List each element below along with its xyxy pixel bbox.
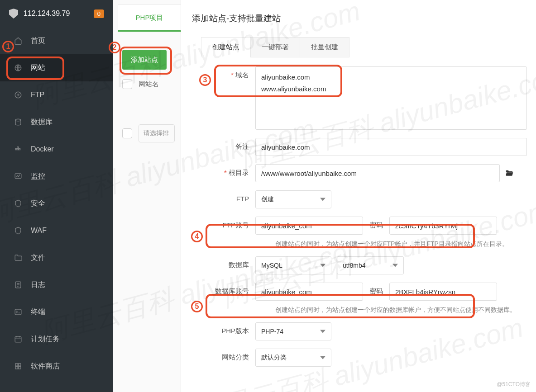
shield-icon (9, 9, 18, 19)
svg-rect-4 (17, 149, 19, 150)
tab-one-click-deploy[interactable]: 一键部署 (250, 37, 300, 57)
sidebar-item-label: 终端 (31, 307, 45, 317)
sidebar-item-label: 监控 (31, 172, 45, 181)
folder-browse-icon[interactable] (504, 164, 514, 178)
filter-select[interactable]: 请选择排 (139, 124, 175, 142)
sidebar-item-label: 文件 (31, 253, 45, 263)
filter-row: 请选择排 (122, 124, 175, 142)
note-input[interactable] (255, 138, 527, 156)
svg-rect-3 (15, 149, 17, 150)
chevron-down-icon (320, 330, 325, 333)
annotation-number-3: 3 (199, 74, 211, 86)
store-icon (14, 362, 23, 371)
label-ftp: FTP (201, 190, 255, 203)
svg-rect-9 (15, 309, 21, 315)
ftp-hint: 创建站点的同时，为站点创建一个对应FTP帐户，并且FTP目录指向站点所在目录。 (275, 240, 530, 248)
docker-icon (14, 145, 23, 154)
ftp-select[interactable]: 创建 (255, 190, 331, 208)
svg-point-2 (15, 119, 21, 121)
modal-title: 添加站点-支持批量建站 (181, 0, 536, 33)
sidebar-item-label: 软件商店 (31, 362, 60, 371)
sidebar-item-waf[interactable]: WAF (0, 217, 113, 244)
label-site-category: 网站分类 (201, 349, 255, 362)
svg-rect-10 (15, 337, 21, 342)
filter-checkbox[interactable] (122, 128, 132, 138)
svg-rect-11 (15, 364, 18, 366)
log-icon (14, 280, 23, 289)
sidebar-item-label: WAF (31, 227, 47, 235)
notification-badge[interactable]: 0 (94, 9, 104, 18)
sidebar-item-label: 计划任务 (31, 335, 60, 344)
svg-rect-13 (15, 367, 18, 369)
file-icon (14, 253, 23, 262)
ftp-password-input[interactable] (389, 217, 497, 235)
sidebar-header: 112.124.39.79 0 (0, 0, 113, 27)
sidebar-item-files[interactable]: 文件 (0, 244, 113, 271)
table-header: 网站名 (122, 79, 159, 89)
php-version-select[interactable]: PHP-74 (255, 322, 331, 340)
column-sitename: 网站名 (139, 80, 159, 89)
sidebar-item-label: Docker (31, 145, 54, 153)
database-icon (14, 118, 23, 127)
domain-input[interactable] (255, 66, 527, 130)
annotation-number-4: 4 (191, 231, 203, 242)
annotation-number-5: 5 (191, 301, 203, 312)
monitor-icon (14, 172, 23, 181)
root-input[interactable] (255, 164, 500, 182)
annotation-number-1: 1 (2, 41, 14, 52)
sidebar-item-store[interactable]: 软件商店 (0, 353, 113, 380)
globe-icon (14, 63, 23, 72)
security-icon (14, 199, 23, 208)
chevron-down-icon (392, 264, 398, 267)
ftp-icon (14, 90, 23, 99)
label-db-account: 数据库账号 (201, 283, 255, 296)
sidebar-item-security[interactable]: 安全 (0, 190, 113, 217)
terminal-icon (14, 307, 23, 316)
sidebar-item-terminal[interactable]: 终端 (0, 298, 113, 326)
sidebar-item-cron[interactable]: 计划任务 (0, 326, 113, 353)
sidebar-item-label: 数据库 (31, 118, 53, 127)
chevron-down-icon (320, 356, 325, 359)
db-engine-select[interactable]: MySQL (255, 256, 331, 274)
sidebar-item-ftp[interactable]: FTP (0, 81, 113, 109)
svg-rect-6 (17, 147, 19, 148)
create-site-form: 域名 备注 根目录 FTP 创建 FTP账号 密码 创建站点的同时，为站点创建一… (181, 57, 536, 367)
waf-icon (14, 226, 23, 235)
sidebar-item-monitor[interactable]: 监控 (0, 163, 113, 190)
svg-rect-5 (19, 149, 20, 150)
ftp-account-input[interactable] (255, 217, 363, 235)
home-icon (14, 36, 23, 45)
db-account-input[interactable] (255, 283, 363, 301)
sidebar-item-label: 网站 (31, 63, 45, 73)
chevron-down-icon (320, 198, 325, 201)
sidebar-item-docker[interactable]: Docker (0, 136, 113, 163)
add-site-button[interactable]: 添加站点 (122, 50, 167, 70)
svg-rect-14 (19, 367, 21, 369)
tab-batch-create[interactable]: 批量创建 (300, 37, 349, 57)
svg-rect-12 (19, 364, 21, 366)
site-category-select[interactable]: 默认分类 (255, 349, 331, 367)
db-password-input[interactable] (389, 283, 497, 301)
tab-php-project[interactable]: PHP项目 (118, 5, 181, 32)
tab-create-site[interactable]: 创建站点 (201, 37, 251, 57)
sidebar-item-home[interactable]: 首页 (0, 27, 113, 54)
cron-icon (14, 335, 23, 344)
db-hint: 创建站点的同时，为站点创建一个对应的数据库帐户，方便不同站点使用不同数据库。 (275, 306, 530, 314)
label-database: 数据库 (201, 256, 255, 269)
sidebar-item-website[interactable]: 网站 (0, 54, 113, 81)
credit-text: @51CTO博客 (497, 381, 531, 388)
select-all-checkbox[interactable] (122, 79, 132, 89)
sidebar: 112.124.39.79 0 首页 网站 FTP 数据库 Docker 监控 … (0, 0, 113, 392)
sidebar-item-label: FTP (31, 91, 44, 99)
label-note: 备注 (201, 138, 255, 151)
label-root: 根目录 (201, 164, 255, 177)
sidebar-item-label: 首页 (31, 36, 45, 46)
modal-tabs: 创建站点 一键部署 批量创建 (201, 37, 536, 57)
sidebar-item-database[interactable]: 数据库 (0, 109, 113, 136)
sidebar-item-label: 安全 (31, 199, 45, 208)
server-ip: 112.124.39.79 (24, 9, 94, 18)
db-charset-select[interactable]: utf8mb4 (337, 256, 404, 274)
label-ftp-account: FTP账号 (201, 217, 255, 230)
sidebar-item-logs[interactable]: 日志 (0, 271, 113, 298)
chevron-down-icon (320, 264, 325, 267)
